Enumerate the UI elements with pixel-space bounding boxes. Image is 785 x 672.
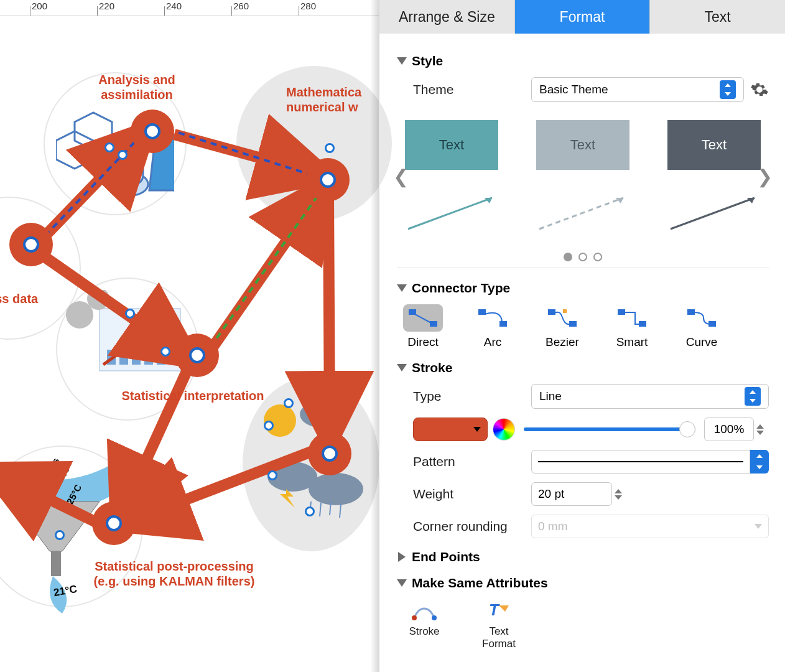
gallery-prev[interactable]: ❮ [393, 166, 409, 187]
pager-dot[interactable] [593, 253, 602, 261]
selection-handle[interactable] [55, 530, 65, 540]
inspector-panel: Arrange & Size Format Text Style Theme B… [379, 0, 785, 672]
section-title: Connector Type [412, 281, 510, 296]
connector-label: Direct [407, 335, 439, 349]
selection-handle[interactable] [160, 347, 170, 357]
canvas-area[interactable]: 180 200 220 240 260 280 [0, 0, 379, 672]
svg-line-39 [671, 198, 755, 229]
color-picker-icon[interactable] [493, 418, 515, 441]
same-text-format-button[interactable]: T Text Format [474, 599, 524, 650]
slider-thumb[interactable] [679, 421, 695, 437]
svg-rect-42 [430, 321, 437, 327]
selection-handle[interactable] [267, 470, 277, 480]
swatch-label: Text [667, 120, 761, 170]
selection-handle[interactable] [125, 309, 135, 319]
selection-handle[interactable] [264, 421, 274, 431]
section-sameattr-header[interactable]: Make Same Attributes [397, 576, 769, 590]
section-stroke-header[interactable]: Stroke [397, 360, 769, 375]
gallery-pager[interactable] [397, 253, 769, 261]
gallery-next[interactable]: ❯ [757, 166, 773, 187]
pattern-select[interactable] [531, 450, 750, 474]
connector-arc-icon [477, 308, 508, 328]
ruler-tick: 280 [300, 1, 316, 11]
svg-rect-45 [499, 321, 507, 327]
tab-format[interactable]: Format [514, 0, 650, 34]
tab-arrange-size[interactable]: Arrange & Size [379, 0, 514, 34]
connector-direct-icon [407, 308, 439, 328]
node-label-analysis: Analysis and assimilation [75, 72, 199, 102]
section-connector-header[interactable]: Connector Type [397, 281, 769, 296]
same-stroke-button[interactable]: Stroke [399, 599, 449, 650]
diagram-node-process[interactable] [9, 223, 53, 266]
diagram-canvas[interactable]: 8 m/s m/s 15°C 25°C 21°C [0, 16, 379, 672]
swatch-label: Text [405, 120, 498, 170]
svg-point-53 [412, 615, 417, 620]
svg-point-16 [309, 473, 363, 505]
opacity-stepper[interactable] [756, 418, 769, 441]
gear-icon[interactable] [750, 80, 769, 99]
diagram-node-weather[interactable] [308, 432, 351, 475]
caret-updown-icon [720, 80, 736, 99]
svg-line-20 [340, 504, 341, 518]
stroke-type-select[interactable]: Line [531, 384, 769, 409]
weight-input[interactable] [531, 482, 612, 506]
node-label-process: cess data [0, 291, 68, 306]
style-preset-1[interactable]: Text [402, 111, 501, 241]
weight-label: Weight [413, 487, 531, 502]
ruler-tick: 260 [233, 1, 249, 11]
arrow-sample-icon [667, 195, 761, 232]
connector-smart-icon [616, 308, 648, 328]
theme-select[interactable]: Basic Theme [531, 77, 744, 102]
opacity-slider[interactable] [524, 427, 695, 431]
svg-line-37 [539, 198, 623, 229]
tab-text[interactable]: Text [649, 0, 785, 34]
connector-arc[interactable]: Arc [467, 304, 519, 349]
theme-value: Basic Theme [539, 83, 608, 96]
disclosure-triangle-icon [397, 364, 407, 371]
stroke-color-well[interactable] [413, 418, 488, 441]
svg-line-35 [408, 198, 492, 229]
section-endpoints-header[interactable]: End Points [397, 549, 769, 564]
weight-stepper[interactable] [615, 482, 627, 506]
pager-dot[interactable] [578, 253, 587, 261]
svg-rect-23 [51, 551, 61, 576]
disclosure-triangle-icon [398, 552, 406, 562]
pattern-preview [538, 461, 743, 462]
diagram-node-analysis[interactable] [131, 110, 174, 153]
selection-handle[interactable] [118, 150, 128, 160]
node-label-stat-interp: Statistical interpretation [100, 388, 286, 403]
ruler-tick: 200 [32, 1, 47, 11]
corner-rounding-label: Corner rounding [413, 519, 531, 534]
corner-rounding-input: 0 mm [531, 515, 769, 538]
diagram-node-math[interactable] [306, 158, 350, 202]
connector-direct[interactable]: Direct [397, 304, 449, 349]
style-preset-2[interactable]: Text [533, 111, 633, 241]
theme-label: Theme [413, 82, 531, 97]
connector-smart[interactable]: Smart [606, 304, 658, 349]
connector-curve[interactable]: Curve [676, 304, 728, 349]
swatch-label: Text [536, 120, 629, 170]
pattern-label: Pattern [413, 454, 531, 469]
svg-line-43 [415, 314, 431, 323]
connector-bezier[interactable]: Bezier [536, 304, 588, 349]
node-label-math: Mathematica numerical w [286, 85, 398, 114]
section-style-header[interactable]: Style [397, 54, 769, 68]
same-stroke-label: Stroke [409, 625, 439, 638]
pager-dot[interactable] [564, 253, 572, 261]
selection-handle[interactable] [305, 506, 315, 516]
opacity-value[interactable]: 100% [704, 418, 754, 441]
svg-text:T: T [489, 600, 500, 619]
diagram-node-stat-interp[interactable] [175, 334, 219, 377]
selection-handle[interactable] [105, 142, 114, 152]
svg-line-18 [320, 503, 321, 516]
ruler-tick: 220 [99, 1, 114, 11]
selection-handle[interactable] [325, 143, 335, 153]
disclosure-triangle-icon [397, 284, 407, 292]
diagram-node-stat-post[interactable] [92, 502, 136, 545]
node-label-stat-post: Statistical post-processing (e.g. using … [75, 559, 274, 589]
connector-label: Smart [616, 335, 648, 349]
disclosure-triangle-icon [397, 579, 407, 587]
splitter-handle[interactable] [370, 0, 379, 672]
svg-point-11 [66, 301, 93, 329]
style-preset-3[interactable]: Text [664, 111, 764, 241]
